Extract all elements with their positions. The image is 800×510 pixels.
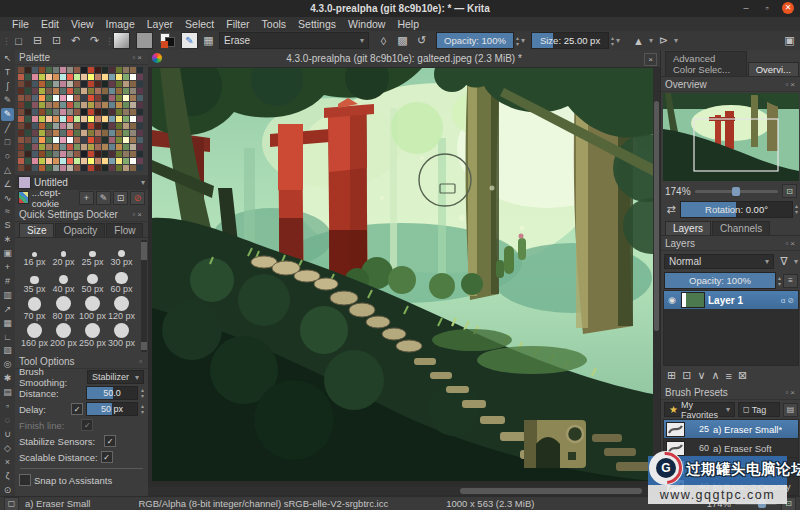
palette-swatch[interactable] — [88, 67, 94, 73]
palette-swatch[interactable] — [109, 67, 115, 73]
palette-swatch[interactable] — [60, 74, 66, 80]
menu-file[interactable]: File — [6, 18, 35, 30]
menu-edit[interactable]: Edit — [35, 18, 65, 30]
palette-swatch[interactable] — [32, 137, 38, 143]
palette-swatch[interactable] — [102, 102, 108, 108]
palette-swatch[interactable] — [109, 81, 115, 87]
palette-swatch[interactable] — [46, 151, 52, 157]
palette-swatch[interactable] — [60, 123, 66, 129]
add-swatch-button[interactable]: + — [79, 191, 94, 205]
palette-swatch[interactable] — [137, 67, 143, 73]
palette-swatch[interactable] — [46, 88, 52, 94]
palette-swatch[interactable] — [32, 123, 38, 129]
palette-swatch[interactable] — [109, 151, 115, 157]
palette-swatch[interactable] — [81, 109, 87, 115]
overview-thumbnail[interactable] — [663, 93, 799, 181]
palette-swatch[interactable] — [60, 67, 66, 73]
palette-swatch[interactable] — [116, 144, 122, 150]
palette-swatch[interactable] — [81, 74, 87, 80]
brush-size-option[interactable]: 250 px — [78, 321, 107, 348]
palette-swatch[interactable] — [95, 81, 101, 87]
palette-swatch[interactable] — [130, 95, 136, 101]
palette-swatch[interactable] — [88, 81, 94, 87]
palette-swatch[interactable] — [18, 88, 24, 94]
palette-swatch[interactable] — [46, 130, 52, 136]
move-layer-down-button[interactable]: ∨ — [697, 369, 705, 382]
palette-swatch[interactable] — [81, 158, 87, 164]
palette-swatch[interactable] — [32, 95, 38, 101]
palette-swatch[interactable] — [88, 109, 94, 115]
layer-properties-button[interactable]: ≡ — [726, 370, 732, 382]
palette-swatch[interactable] — [67, 130, 73, 136]
palette-swatch[interactable] — [46, 144, 52, 150]
palette-swatch[interactable] — [95, 74, 101, 80]
palette-swatch[interactable] — [39, 95, 45, 101]
palette-swatch[interactable] — [130, 74, 136, 80]
palette-swatch[interactable] — [123, 123, 129, 129]
palette-swatch[interactable] — [67, 165, 73, 171]
palette-swatch[interactable] — [137, 144, 143, 150]
palette-swatch[interactable] — [130, 158, 136, 164]
transform-tool-icon[interactable]: ▣ — [1, 247, 14, 260]
move-tool-icon[interactable]: + — [1, 261, 14, 274]
palette-swatch[interactable] — [25, 109, 31, 115]
palette-swatch[interactable] — [67, 67, 73, 73]
brush-size-option[interactable]: 30 px — [107, 240, 136, 267]
palette-swatch[interactable] — [88, 95, 94, 101]
palette-swatch[interactable] — [60, 144, 66, 150]
palette-swatch[interactable] — [109, 95, 115, 101]
edit-shapes-tool-icon[interactable]: ʃ — [1, 80, 14, 93]
palette-swatch[interactable] — [74, 95, 80, 101]
palette-swatch[interactable] — [123, 88, 129, 94]
multibrush-tool-icon[interactable]: ∗ — [1, 233, 14, 246]
palette-swatch[interactable] — [74, 74, 80, 80]
palette-swatch[interactable] — [123, 102, 129, 108]
brush-preset-row[interactable]: 25a) Eraser Small* — [664, 420, 798, 439]
palette-swatch[interactable] — [53, 81, 59, 87]
color-sampler-tool-icon[interactable]: ↗ — [1, 302, 14, 315]
palette-swatch[interactable] — [81, 116, 87, 122]
palette-swatch[interactable] — [88, 165, 94, 171]
palette-swatch[interactable] — [109, 158, 115, 164]
palette-swatch[interactable] — [88, 74, 94, 80]
palette-swatch[interactable] — [102, 137, 108, 143]
menu-layer[interactable]: Layer — [141, 18, 179, 30]
palette-swatch[interactable] — [95, 88, 101, 94]
menu-help[interactable]: Help — [391, 18, 425, 30]
palette-swatch[interactable] — [25, 165, 31, 171]
menu-settings[interactable]: Settings — [292, 18, 342, 30]
rectangle-tool-icon[interactable]: □ — [1, 135, 14, 148]
palette-swatch[interactable] — [53, 95, 59, 101]
current-preset-icon[interactable]: ▢ — [4, 497, 19, 510]
palette-swatch[interactable] — [74, 67, 80, 73]
reference-images-tool-icon[interactable]: ▤ — [1, 386, 14, 399]
palette-swatch[interactable] — [116, 88, 122, 94]
palette-swatch[interactable] — [39, 81, 45, 87]
palette-swatch[interactable] — [109, 165, 115, 171]
layer-filter-icon[interactable]: ∇ — [777, 253, 791, 269]
bezier-curve-tool-icon[interactable]: ∿ — [1, 191, 14, 204]
remove-swatch-button[interactable]: ⊘ — [130, 191, 145, 205]
palette-swatch[interactable] — [25, 144, 31, 150]
palette-swatch[interactable] — [53, 67, 59, 73]
tab-overview[interactable]: Overvi... — [748, 62, 799, 76]
palette-swatch[interactable] — [32, 102, 38, 108]
pattern-chooser[interactable] — [136, 32, 153, 49]
close-canvas-icon[interactable]: × — [644, 53, 657, 66]
menu-view[interactable]: View — [65, 18, 100, 30]
palette-swatch[interactable] — [88, 102, 94, 108]
canvas-vertical-scrollbar[interactable] — [653, 68, 660, 485]
close-docker-icon[interactable]: × — [790, 388, 797, 397]
palette-swatch[interactable] — [102, 67, 108, 73]
toolbar-handle[interactable]: ⋮ — [2, 36, 8, 46]
palette-swatch[interactable] — [81, 102, 87, 108]
tab-layers[interactable]: Layers — [665, 221, 711, 235]
palette-swatch[interactable] — [46, 109, 52, 115]
palette-swatch[interactable] — [39, 102, 45, 108]
palette-swatch[interactable] — [74, 88, 80, 94]
palette-swatch[interactable] — [67, 74, 73, 80]
blending-mode-select[interactable]: Erase ▾ — [219, 32, 369, 49]
palette-swatch[interactable] — [95, 158, 101, 164]
palette-swatch[interactable] — [60, 95, 66, 101]
palette-swatch[interactable] — [32, 130, 38, 136]
